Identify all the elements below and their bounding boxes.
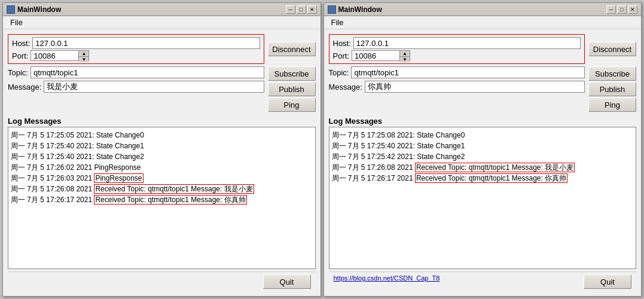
close-btn-0[interactable]: ✕ (307, 5, 317, 14)
title-controls-0: ─ □ ✕ (286, 5, 317, 14)
port-spin-up-0[interactable]: ▲ (79, 51, 88, 57)
topic-row-0: Topic: (8, 66, 264, 78)
log-area-1: 周一 7月 5 17:25:08 2021: State Change0周一 7… (329, 127, 637, 269)
host-input-0[interactable] (32, 37, 260, 49)
bottom-link-1[interactable]: https://blog.csdn.net/CSDN_Cap_T8 (334, 274, 440, 289)
window-content-0: Host: Port: ▲ ▼ Disconnect (3, 29, 321, 296)
title-bar-left-1: MainWindow (328, 5, 382, 14)
log-highlight-0-4: PingResponse (94, 173, 143, 183)
host-port-section-1: Host: Port: ▲ ▼ Disconnect (329, 34, 637, 64)
message-label-0: Message: (8, 83, 41, 91)
publish-button-0[interactable]: Publish (268, 82, 316, 96)
disconnect-button-0[interactable]: Disconnect (268, 42, 316, 56)
port-input-0[interactable] (30, 50, 78, 61)
port-label-0: Port: (12, 51, 28, 60)
message-input-1[interactable] (365, 81, 585, 93)
publish-button-1[interactable]: Publish (588, 82, 636, 96)
port-row-1: Port: ▲ ▼ (333, 50, 581, 61)
log-entry-1-1: 周一 7月 5 17:25:40 2021: State Change1 (332, 141, 634, 151)
quit-button-1[interactable]: Quit (584, 274, 631, 289)
log-entry-0-0: 周一 7月 5 17:25:05 2021: State Change0 (11, 130, 313, 141)
port-spinbox-1: ▲ ▼ (352, 50, 410, 61)
log-plain-0-4: 周一 7月 5 17:26:03 2021 (11, 174, 94, 182)
fields-col-0: Topic: Message: (8, 66, 264, 112)
message-label-1: Message: (329, 83, 362, 91)
topic-label-1: Topic: (329, 68, 349, 77)
port-spin-down-0[interactable]: ▼ (79, 57, 88, 62)
port-row-0: Port: ▲ ▼ (12, 50, 260, 61)
maximize-btn-1[interactable]: □ (617, 5, 627, 14)
host-row-1: Host: (333, 37, 581, 49)
window-content-1: Host: Port: ▲ ▼ Disconnect (324, 29, 642, 296)
log-entry-0-5: 周一 7月 5 17:26:08 2021 Received Topic: qt… (11, 184, 313, 194)
title-controls-1: ─ □ ✕ (606, 5, 637, 14)
bottom-bar-1: https://blog.csdn.net/CSDN_Cap_T8Quit (329, 271, 637, 291)
port-spin-down-1[interactable]: ▼ (400, 57, 410, 62)
topic-input-0[interactable] (30, 66, 264, 78)
log-entry-1-3: 周一 7月 5 17:26:08 2021 Received Topic: qt… (332, 162, 634, 173)
disconnect-col-1: Disconnect (588, 34, 636, 64)
port-spin-buttons-0: ▲ ▼ (78, 50, 89, 61)
log-entry-0-6: 周一 7月 5 17:26:17 2021 Received Topic: qt… (11, 194, 313, 205)
fields-col-1: Topic: Message: (329, 66, 585, 112)
message-row-1: Message: (329, 81, 585, 93)
window-title-1: MainWindow (338, 5, 382, 14)
disconnect-col-0: Disconnect (268, 34, 316, 64)
title-bar-left-0: MainWindow (7, 5, 61, 14)
port-input-1[interactable] (352, 50, 399, 61)
menu-file-1[interactable]: File (328, 17, 347, 28)
host-label-1: Host: (333, 39, 351, 48)
log-prefix-1-4: 周一 7月 5 17:26:17 2021 (332, 174, 415, 182)
log-entry-0-2: 周一 7月 5 17:25:40 2021: State Change2 (11, 151, 313, 162)
subscribe-button-1[interactable]: Subscribe (588, 66, 636, 81)
quit-button-0[interactable]: Quit (263, 274, 311, 289)
ping-button-1[interactable]: Ping (588, 97, 636, 112)
log-entry-0-4: 周一 7月 5 17:26:03 2021 PingResponse (11, 173, 313, 184)
minimize-btn-1[interactable]: ─ (606, 5, 616, 14)
window-title-0: MainWindow (17, 5, 61, 14)
title-bar-0: MainWindow ─ □ ✕ (3, 3, 321, 16)
host-row-0: Host: (12, 37, 260, 49)
log-highlight-0-6: Received Topic: qtmqtt/topic1 Message: 你… (94, 195, 246, 205)
window-left: MainWindow ─ □ ✕ File Host: Port: (2, 2, 321, 297)
message-input-0[interactable] (44, 81, 264, 93)
log-entry-0-3: 周一 7月 5 17:26:02 2021 PingResponse (11, 162, 313, 173)
topic-message-section-1: Topic: Message: Subscribe Publish Ping (329, 66, 637, 112)
disconnect-button-1[interactable]: Disconnect (588, 42, 636, 56)
log-highlight-0-5: Received Topic: qtmqtt/topic1 Message: 我… (94, 184, 254, 194)
window-right: MainWindow ─ □ ✕ File Host: Port: (323, 2, 642, 297)
log-prefix-0-6: 周一 7月 5 17:26:17 2021 (11, 196, 94, 204)
topic-message-section-0: Topic: Message: Subscribe Publish Ping (8, 66, 316, 112)
maximize-btn-0[interactable]: □ (297, 5, 306, 14)
log-section-1: Log Messages周一 7月 5 17:25:08 2021: State… (329, 117, 637, 269)
menu-bar-1: File (324, 16, 642, 29)
port-spinbox-0: ▲ ▼ (30, 50, 89, 61)
log-label-0: Log Messages (8, 117, 316, 126)
message-row-0: Message: (8, 81, 264, 93)
subscribe-button-0[interactable]: Subscribe (268, 66, 316, 81)
log-label-1: Log Messages (329, 117, 637, 126)
port-spin-buttons-1: ▲ ▼ (399, 50, 410, 61)
topic-label-0: Topic: (8, 68, 28, 77)
log-prefix-1-3: 周一 7月 5 17:26:08 2021 (332, 163, 415, 172)
log-section-0: Log Messages周一 7月 5 17:25:05 2021: State… (8, 117, 316, 269)
minimize-btn-0[interactable]: ─ (286, 5, 295, 14)
bottom-bar-0: Quit (8, 271, 316, 291)
close-btn-1[interactable]: ✕ (628, 5, 637, 14)
ping-button-0[interactable]: Ping (268, 97, 316, 112)
host-input-1[interactable] (353, 37, 581, 49)
topic-row-1: Topic: (329, 66, 585, 78)
window-icon-1 (328, 5, 336, 14)
host-port-fields-1: Host: Port: ▲ ▼ (329, 34, 585, 64)
log-highlight-1-3: Received Topic: qtmqtt/topic1 Message: 我… (415, 163, 575, 172)
log-prefix-0-5: 周一 7月 5 17:26:08 2021 (11, 185, 94, 193)
host-port-fields-0: Host: Port: ▲ ▼ (8, 34, 264, 64)
menu-file-0[interactable]: File (7, 17, 26, 28)
port-label-1: Port: (333, 51, 349, 60)
port-spin-up-1[interactable]: ▲ (400, 51, 410, 57)
topic-input-1[interactable] (351, 66, 585, 78)
log-entry-1-4: 周一 7月 5 17:26:17 2021 Received Topic: qt… (332, 173, 634, 184)
log-highlight-1-4: Received Topic: qtmqtt/topic1 Message: 你… (415, 173, 567, 183)
menu-bar-0: File (3, 16, 321, 29)
title-bar-1: MainWindow ─ □ ✕ (324, 3, 642, 16)
